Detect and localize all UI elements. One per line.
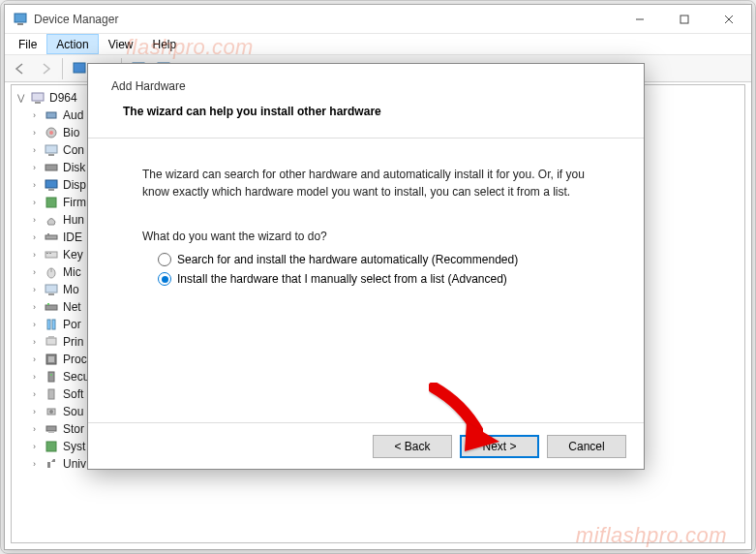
- device-icon: [44, 421, 59, 437]
- radio-icon: [158, 272, 171, 286]
- tree-item-label: Univ: [63, 457, 86, 471]
- svg-rect-24: [47, 233, 49, 235]
- menu-help[interactable]: Help: [143, 34, 187, 54]
- expand-icon[interactable]: ›: [29, 267, 40, 278]
- svg-rect-3: [680, 15, 688, 23]
- expand-icon[interactable]: ›: [29, 180, 40, 191]
- expand-icon[interactable]: ›: [29, 424, 40, 435]
- tree-item-label: Hun: [63, 213, 84, 227]
- device-icon: [44, 247, 59, 262]
- back-button[interactable]: < Back: [373, 435, 452, 458]
- expand-icon[interactable]: ›: [29, 320, 40, 330]
- svg-rect-34: [47, 320, 50, 329]
- svg-rect-32: [45, 305, 57, 310]
- svg-rect-30: [45, 285, 57, 292]
- add-hardware-dialog: Add Hardware The wizard can help you ins…: [87, 63, 645, 470]
- tree-item-label: Mic: [63, 265, 81, 279]
- tree-item-label: Con: [63, 143, 84, 157]
- svg-rect-39: [48, 356, 54, 362]
- tree-item-label: Stor: [63, 422, 84, 436]
- device-icon: [44, 264, 59, 280]
- tree-item-label: Prin: [63, 335, 83, 349]
- radio-option-auto[interactable]: Search for and install the hardware auto…: [158, 253, 615, 266]
- svg-rect-26: [46, 253, 48, 254]
- dialog-question: What do you want the wizard to do?: [142, 230, 615, 243]
- menu-file[interactable]: File: [9, 34, 46, 54]
- expand-icon[interactable]: ›: [29, 372, 40, 383]
- svg-rect-31: [48, 293, 54, 295]
- device-icon: [44, 195, 59, 210]
- expand-icon[interactable]: ›: [29, 250, 40, 261]
- svg-point-16: [49, 131, 53, 135]
- svg-point-44: [49, 410, 53, 414]
- svg-rect-27: [49, 253, 51, 254]
- svg-rect-14: [46, 112, 56, 118]
- back-button[interactable]: [9, 57, 32, 80]
- tree-item-label: Secu: [63, 370, 89, 384]
- radio-auto-label: Search for and install the hardware auto…: [177, 253, 518, 266]
- device-icon: [44, 230, 59, 245]
- device-icon: [44, 212, 59, 228]
- svg-rect-37: [48, 336, 54, 338]
- svg-rect-35: [52, 320, 55, 329]
- titlebar: Device Manager: [5, 5, 751, 34]
- radio-option-manual[interactable]: Install the hardware that I manually sel…: [158, 272, 615, 286]
- expand-icon[interactable]: ›: [29, 163, 40, 173]
- svg-rect-18: [48, 154, 54, 156]
- window-title: Device Manager: [34, 13, 618, 26]
- dialog-subtitle: The wizard can help you install other ha…: [123, 105, 615, 118]
- tree-item-label: Net: [63, 300, 81, 314]
- tree-item-label: Sou: [63, 405, 83, 418]
- expand-icon[interactable]: ›: [29, 302, 40, 313]
- app-icon: [13, 12, 28, 27]
- svg-rect-42: [48, 389, 54, 399]
- device-icon: [44, 404, 59, 419]
- device-icon: [44, 334, 59, 350]
- dialog-body-text: The wizard can search for other hardware…: [142, 166, 605, 200]
- svg-rect-23: [45, 235, 57, 239]
- expand-icon[interactable]: ›: [29, 389, 40, 400]
- collapse-icon[interactable]: ⋁: [15, 93, 26, 104]
- cancel-button[interactable]: Cancel: [547, 435, 626, 458]
- tree-item-label: IDE: [63, 231, 82, 244]
- expand-icon[interactable]: ›: [29, 459, 40, 470]
- svg-rect-40: [48, 372, 54, 382]
- svg-rect-17: [45, 145, 57, 153]
- tree-item-label: Bio: [63, 126, 79, 139]
- expand-icon[interactable]: ›: [29, 128, 40, 138]
- expand-icon[interactable]: ›: [29, 215, 40, 226]
- svg-rect-1: [17, 23, 23, 25]
- minimize-button[interactable]: [618, 5, 662, 34]
- device-icon: [44, 160, 59, 175]
- close-button[interactable]: [707, 5, 751, 34]
- computer-icon: [30, 90, 45, 106]
- svg-rect-6: [74, 63, 85, 73]
- device-icon: [44, 369, 59, 385]
- svg-rect-36: [46, 338, 56, 345]
- menu-view[interactable]: View: [99, 34, 143, 54]
- svg-rect-20: [45, 180, 57, 188]
- expand-icon[interactable]: ›: [29, 407, 40, 417]
- device-icon: [44, 108, 59, 123]
- expand-icon[interactable]: ›: [29, 285, 40, 295]
- expand-icon[interactable]: ›: [29, 442, 40, 452]
- forward-button[interactable]: [34, 57, 57, 80]
- expand-icon[interactable]: ›: [29, 110, 40, 121]
- menu-action[interactable]: Action: [46, 34, 98, 54]
- maximize-button[interactable]: [662, 5, 707, 34]
- expand-icon[interactable]: ›: [29, 198, 40, 208]
- device-icon: [44, 125, 59, 140]
- radio-icon: [158, 253, 171, 266]
- svg-rect-45: [46, 426, 56, 431]
- tree-item-label: Syst: [63, 440, 85, 453]
- device-icon: [44, 439, 59, 454]
- device-icon: [44, 317, 59, 332]
- radio-manual-label: Install the hardware that I manually sel…: [177, 272, 507, 286]
- expand-icon[interactable]: ›: [29, 337, 40, 348]
- expand-icon[interactable]: ›: [29, 145, 40, 156]
- device-icon: [44, 177, 59, 193]
- device-icon: [44, 456, 59, 472]
- expand-icon[interactable]: ›: [29, 232, 40, 243]
- next-button[interactable]: Next >: [460, 435, 539, 458]
- expand-icon[interactable]: ›: [29, 354, 40, 365]
